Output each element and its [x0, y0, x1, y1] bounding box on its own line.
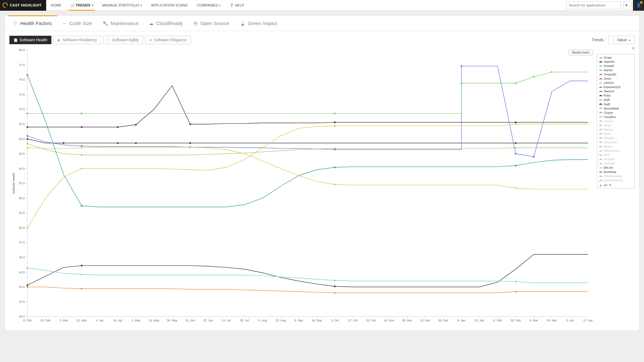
nav-item-trends[interactable]: 📈TRENDS▾	[66, 0, 98, 10]
svg-point-140	[81, 168, 82, 169]
legend-item-symfony[interactable]: Symfony	[599, 162, 632, 166]
legend-next[interactable]: ▼	[609, 183, 611, 187]
svg-point-152	[81, 274, 82, 275]
chart-menu-button[interactable]: ≡	[632, 45, 635, 51]
sort-icon: ↕	[613, 38, 615, 42]
osi-icon: ⦿	[193, 21, 198, 26]
legend-item-meteor[interactable]: Meteor	[599, 145, 632, 149]
user-menu[interactable]: 👤	[633, 0, 644, 11]
svg-text:60.0: 60.0	[19, 167, 25, 170]
line-chart[interactable]: 35.037.540.042.545.047.550.052.555.057.5…	[9, 47, 635, 326]
legend-label: Mando	[604, 68, 613, 72]
legend-label: PubNub	[604, 136, 614, 140]
svg-text:7. Mar: 7. Mar	[59, 319, 68, 322]
svg-text:52.5: 52.5	[19, 211, 25, 214]
svg-text:28. Nov: 28. Nov	[402, 319, 412, 322]
nav-item-manage-portfolio[interactable]: MANAGE PORTFOLIO▾	[98, 0, 146, 10]
nav-item-home[interactable]: HOME	[46, 0, 66, 10]
svg-text:31. Oct: 31. Oct	[366, 319, 376, 322]
tab-green-impact[interactable]: 🍃Green Impact	[235, 16, 283, 31]
legend-label: BitCoin	[604, 166, 613, 170]
main-panel: ♡Health Factors↔Code Size🔧Maintenance☁Cl…	[5, 15, 639, 331]
pill-software-agility[interactable]: ⬚Software Agility	[103, 36, 143, 44]
legend-item-groot[interactable]: Groot	[599, 77, 632, 81]
pill-software-resiliency[interactable]: ◐Software Resiliency	[53, 36, 101, 44]
svg-text:18. Apr: 18. Apr	[113, 319, 123, 322]
legend-label: Roswell	[604, 64, 614, 68]
legend-item-starlord[interactable]: Starlord	[599, 89, 632, 94]
nav-item-application-scans[interactable]: APPLICATION SCANS	[146, 0, 192, 10]
nav-item-companies[interactable]: COMPANIES▾	[192, 0, 225, 10]
legend-item-shopizer[interactable]: shopizer	[599, 157, 632, 162]
brand-text: CAST HIGHLIGHT	[10, 3, 42, 7]
page-body: ♡Health Factors↔Code Size🔧Maintenance☁Cl…	[0, 11, 644, 335]
svg-point-157	[334, 292, 336, 294]
reset-zoom-button[interactable]: Reset zoom	[569, 49, 593, 56]
nav-item-help[interactable]: ❓HELP	[225, 0, 249, 10]
value-dropdown[interactable]: ↕ Value ▾	[609, 36, 635, 44]
legend-item-sensorflask[interactable]: Sensorflask	[599, 107, 632, 111]
legend-label: Structurizr	[604, 140, 617, 145]
tab-maintenance[interactable]: 🔧Maintenance	[97, 16, 144, 31]
topbar: CAST HIGHLIGHT HOME📈TRENDS▾MANAGE PORTFO…	[0, 0, 644, 11]
legend-item-whitehouse[interactable]: WhiteHouse	[599, 149, 632, 153]
legend-item-h2oai[interactable]: H2oai	[599, 123, 632, 128]
legend-swatch	[599, 108, 602, 109]
tab-cloudready[interactable]: ☁CloudReady	[144, 16, 188, 31]
legend-item-roswell[interactable]: Roswell	[599, 64, 632, 68]
legend-item-nasa[interactable]: NASA	[599, 132, 632, 136]
contrast-icon: ◐	[58, 38, 60, 42]
svg-point-122	[81, 145, 82, 147]
legend-item-mando[interactable]: Mando	[599, 68, 632, 72]
pill-software-health[interactable]: 📄Software Health	[9, 36, 51, 44]
legend-swatch	[599, 147, 602, 147]
legend-item-groovy[interactable]: Groovy	[599, 119, 632, 123]
svg-text:9. Jan: 9. Jan	[457, 319, 465, 322]
legend-label: LibGDX	[604, 81, 614, 85]
legend-label: WhiteHouse	[604, 149, 620, 153]
legend-item-bootstrap[interactable]: Bootstrap	[599, 170, 632, 174]
legend-item-mahout[interactable]: Mahout	[599, 128, 632, 132]
legend-label: Sensorflask	[604, 107, 619, 111]
tab-open-source[interactable]: ⦿Open Source	[188, 16, 234, 31]
svg-point-108	[135, 124, 137, 125]
legend-item-quill[interactable]: Quill	[599, 98, 632, 102]
legend-prev[interactable]: ▲	[599, 183, 602, 187]
svg-point-126	[515, 153, 517, 154]
legend-item-bitcoin[interactable]: BitCoin	[599, 166, 632, 170]
legend-item-clojure[interactable]: Clojure	[599, 111, 632, 115]
search-input[interactable]	[566, 1, 621, 9]
legend-item-structurizr[interactable]: Structurizr	[599, 140, 632, 145]
legend-item-torque3d[interactable]: Torque3D	[599, 72, 632, 77]
tab-code-size[interactable]: ↔Code Size	[57, 16, 97, 31]
legend-item-grogu[interactable]: Grogu	[599, 56, 632, 60]
filter-icon: ▼..	[625, 3, 630, 7]
legend-swatch	[599, 121, 602, 122]
legend-label: Ruby	[604, 94, 610, 98]
legend-item-openra[interactable]: OpenRA	[599, 60, 632, 64]
svg-point-119	[81, 265, 82, 266]
svg-text:55.0: 55.0	[19, 197, 25, 200]
tab-health-factors[interactable]: ♡Health Factors	[8, 16, 57, 31]
legend-item-ruby[interactable]: Ruby	[599, 94, 632, 98]
brand-logo[interactable]: CAST HIGHLIGHT	[0, 0, 46, 11]
svg-text:2. May: 2. May	[131, 319, 141, 322]
legend-item-experiensys[interactable]: ExperienSyS	[599, 85, 632, 89]
svg-text:35.0: 35.0	[19, 315, 25, 318]
legend-item-cloudera[interactable]: Cloudera	[599, 115, 632, 119]
svg-text:25. Jul: 25. Jul	[240, 319, 249, 322]
legend-item-php[interactable]: PHP	[599, 153, 632, 157]
legend-item-swift[interactable]: Swift	[599, 102, 632, 107]
legend-item-deliveryserver[interactable]: DeliveryServer	[599, 178, 632, 183]
legend-item-cloudfoundry[interactable]: CloudFoundry	[599, 174, 632, 178]
svg-text:6. Mar: 6. Mar	[530, 319, 538, 322]
legend-item-libgdx[interactable]: LibGDX	[599, 81, 632, 85]
pill-software-elegance[interactable]: ≋Software Elegance	[145, 36, 191, 44]
legend-item-pubnub[interactable]: PubNub	[599, 136, 632, 140]
legend-pager: ▲1/6▼	[599, 183, 632, 187]
svg-point-147	[27, 74, 28, 76]
legend-label: Meteor	[604, 145, 613, 149]
filter-button[interactable]: ▼..	[623, 1, 632, 9]
legend-swatch	[599, 117, 602, 117]
user-icon: 👤	[636, 3, 641, 7]
